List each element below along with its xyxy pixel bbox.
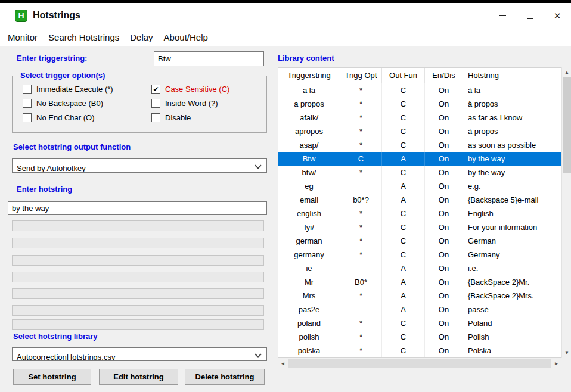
table-row[interactable]: a la*COnà la bbox=[278, 83, 561, 97]
table-row[interactable]: polish*COnPolish bbox=[278, 330, 561, 344]
table-cell: b0*? bbox=[340, 193, 382, 207]
table-cell: email bbox=[278, 193, 340, 207]
column-header[interactable]: Out Fun bbox=[382, 68, 425, 83]
checkbox-unchecked-icon[interactable] bbox=[151, 99, 160, 108]
menu-item-about-help[interactable]: About/Help bbox=[159, 30, 213, 45]
column-header[interactable]: Hotstring bbox=[463, 68, 561, 83]
column-header[interactable]: Triggerstring bbox=[278, 68, 340, 83]
checkbox-unchecked-icon[interactable] bbox=[151, 113, 160, 122]
edit-hotstring-button[interactable]: Edit hotstring bbox=[99, 369, 178, 385]
table-cell: B0* bbox=[340, 275, 382, 289]
main-content: Enter triggerstring: Select trigger opti… bbox=[0, 46, 571, 392]
horizontal-scrollbar-thumb[interactable] bbox=[288, 359, 551, 368]
table-row[interactable]: afaik/*COnas far as I know bbox=[278, 111, 561, 125]
table-cell: * bbox=[340, 83, 382, 97]
menu-item-search-hotstrings[interactable]: Search Hotstrings bbox=[43, 30, 125, 45]
checkbox-unchecked-icon[interactable] bbox=[23, 85, 32, 94]
trigger-option-checkbox[interactable]: No Backspace (B0) bbox=[23, 99, 151, 108]
column-header[interactable]: Trigg Opt bbox=[340, 68, 382, 83]
table-row[interactable]: btw/*COnby the way bbox=[278, 166, 561, 179]
scroll-right-icon[interactable]: ► bbox=[551, 358, 561, 369]
close-button[interactable]: ✕ bbox=[544, 3, 571, 28]
table-row[interactable]: polska*COnPolska bbox=[278, 344, 561, 357]
minimize-icon bbox=[499, 15, 506, 16]
output-function-value: Send by Autohotkey bbox=[17, 164, 86, 173]
scroll-down-icon[interactable]: ▼ bbox=[562, 348, 571, 358]
table-cell: C bbox=[382, 344, 425, 357]
table-row[interactable]: apropos*COnà propos bbox=[278, 125, 561, 138]
trigger-option-checkbox[interactable]: Inside Word (?) bbox=[151, 99, 229, 108]
scroll-up-icon[interactable]: ▲ bbox=[562, 67, 571, 77]
table-cell: * bbox=[340, 166, 382, 179]
table-cell: Btw bbox=[278, 152, 340, 166]
minimize-button[interactable] bbox=[489, 3, 516, 28]
checkbox-unchecked-icon[interactable] bbox=[23, 99, 32, 108]
trigger-option-checkbox[interactable]: Disable bbox=[151, 113, 229, 122]
table-cell: * bbox=[340, 289, 382, 303]
vertical-scrollbar-thumb[interactable] bbox=[563, 77, 571, 173]
trigger-options-title: Select trigger option(s) bbox=[17, 71, 108, 80]
table-cell: a propos bbox=[278, 97, 340, 111]
trigger-option-checkbox[interactable]: No End Char (O) bbox=[23, 113, 151, 122]
checkbox-unchecked-icon[interactable] bbox=[23, 113, 32, 122]
vertical-scrollbar[interactable]: ▲ ▼ bbox=[561, 67, 571, 358]
maximize-button[interactable] bbox=[516, 3, 544, 28]
library-select[interactable]: AutocorrectionHotstrings.csv bbox=[12, 347, 267, 361]
set-hotstring-button[interactable]: Set hotstring bbox=[13, 369, 91, 385]
trigger-option-label: Inside Word (?) bbox=[165, 99, 218, 108]
table-row[interactable]: fyi/*COnFor your information bbox=[278, 220, 561, 234]
scroll-left-icon[interactable]: ◄ bbox=[278, 358, 288, 369]
table-row[interactable]: MrB0*AOn{BackSpace 2}Mr. bbox=[278, 275, 561, 289]
chevron-down-icon bbox=[255, 351, 261, 357]
checkbox-checked-icon[interactable]: ✔ bbox=[151, 85, 160, 94]
trigger-option-checkbox[interactable]: ✔Case Sensitive (C) bbox=[151, 85, 229, 94]
table-cell: * bbox=[340, 316, 382, 330]
table-row[interactable]: BtwCAOnby the way bbox=[278, 152, 561, 166]
table-cell: C bbox=[382, 316, 425, 330]
table-cell: A bbox=[382, 193, 425, 207]
table-row[interactable]: poland*COnPoland bbox=[278, 316, 561, 330]
hotstring-extra-input bbox=[12, 288, 264, 299]
hotstring-label: Enter hotstring bbox=[17, 185, 72, 194]
table-cell: asap/ bbox=[278, 138, 340, 152]
table-cell: On bbox=[425, 111, 463, 125]
table-cell: * bbox=[340, 220, 382, 234]
table-row[interactable]: germany*COnGermany bbox=[278, 248, 561, 262]
window-top-border bbox=[0, 0, 571, 3]
menu-item-delay[interactable]: Delay bbox=[125, 30, 158, 45]
triggerstring-input[interactable] bbox=[154, 51, 264, 66]
table-row[interactable]: pas2eAOnpassé bbox=[278, 303, 561, 316]
table-cell: polska bbox=[278, 344, 340, 357]
table-row[interactable]: german*COnGerman bbox=[278, 234, 561, 248]
table-cell: A bbox=[382, 179, 425, 193]
horizontal-scrollbar[interactable]: ◄ ► bbox=[278, 358, 561, 369]
table-cell: a la bbox=[278, 83, 340, 97]
table-cell: à propos bbox=[463, 125, 561, 138]
column-header[interactable]: En/Dis bbox=[425, 68, 463, 83]
table-row[interactable]: emailb0*?AOn{Backspace 5}e-mail bbox=[278, 193, 561, 207]
table-cell: On bbox=[425, 207, 463, 220]
table-row[interactable]: a propos*COnà propos bbox=[278, 97, 561, 111]
hotstring-extra-input bbox=[12, 255, 264, 266]
table-row[interactable]: english*COnEnglish bbox=[278, 207, 561, 220]
table-row[interactable]: egAOne.g. bbox=[278, 179, 561, 193]
hotstring-input[interactable] bbox=[8, 201, 267, 215]
library-table: TriggerstringTrigg OptOut FunEn/DisHotst… bbox=[278, 67, 561, 358]
table-row[interactable]: Mrs*AOn{BackSpace 2}Mrs. bbox=[278, 289, 561, 303]
table-cell: German bbox=[463, 234, 561, 248]
trigger-option-label: Immediate Execute (*) bbox=[36, 85, 113, 94]
table-cell bbox=[340, 303, 382, 316]
table-row[interactable]: ieAOni.e. bbox=[278, 262, 561, 275]
table-row[interactable]: asap/*COnas soon as possible bbox=[278, 138, 561, 152]
table-cell: * bbox=[340, 234, 382, 248]
window-controls: ✕ bbox=[489, 3, 571, 28]
chevron-down-icon bbox=[255, 162, 261, 169]
trigger-option-checkbox[interactable]: Immediate Execute (*) bbox=[23, 85, 151, 94]
output-function-select[interactable]: Send by Autohotkey bbox=[12, 158, 267, 173]
table-cell: C bbox=[382, 138, 425, 152]
table-cell: * bbox=[340, 111, 382, 125]
table-cell: On bbox=[425, 179, 463, 193]
delete-hotstring-button[interactable]: Delete hotstring bbox=[185, 369, 265, 385]
menu-item-monitor[interactable]: Monitor bbox=[2, 30, 43, 45]
window-title: Hotstrings bbox=[33, 10, 80, 21]
